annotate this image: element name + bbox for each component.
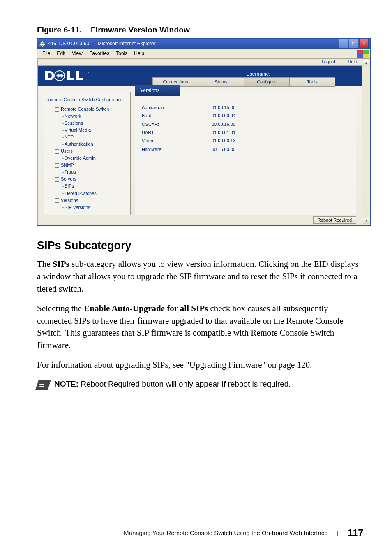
tree-item[interactable]: SIP Versions [46, 204, 128, 211]
version-label: OSCAR: [142, 121, 212, 127]
ie-icon [39, 41, 46, 47]
username-label: Username: [154, 71, 362, 78]
tree-item-label: Users [61, 148, 73, 153]
version-label: Video: [142, 138, 212, 144]
tree-item[interactable]: Authentication [46, 141, 128, 148]
tree-item[interactable]: -Servers [46, 176, 128, 183]
menu-tools[interactable]: Tools [113, 50, 131, 57]
tree-item[interactable]: Traps [46, 169, 128, 176]
version-label: Application: [142, 104, 212, 111]
close-button[interactable]: × [359, 39, 369, 49]
tree-toggle-icon[interactable]: - [55, 107, 59, 112]
tree-item[interactable]: SIPs [46, 183, 128, 190]
sidebar-header: Remote Console Switch Configuration [46, 96, 128, 103]
tree-item-label: Versions [61, 198, 78, 203]
tab-configure[interactable]: Configure [244, 77, 290, 87]
figure-title: Firmware Version Window [91, 25, 190, 34]
tree-item[interactable]: Sessions [46, 120, 128, 127]
windows-flag-icon [357, 50, 369, 58]
version-value: 01.00.01.01 [212, 130, 349, 136]
tree-item-label: SNMP [61, 162, 74, 167]
tab-status[interactable]: Status [198, 77, 244, 87]
tree-item[interactable]: -Remote Console Switch [46, 106, 128, 113]
version-value: 00.15.00.00 [212, 146, 349, 153]
paragraph-3: For information about upgrading SIPs, se… [37, 359, 363, 371]
tree-item-label: Network [65, 114, 81, 118]
footer-text: Managing Your Remote Console Switch Usin… [124, 528, 328, 537]
reboot-required-button[interactable]: Reboot Required [313, 216, 356, 224]
logout-link[interactable]: Logout [322, 59, 336, 65]
section-heading: SIPs Subcategory [37, 238, 363, 254]
version-label: UART: [142, 130, 212, 136]
note-icon [35, 380, 51, 390]
tree-item-label: Tiered Switches [65, 191, 97, 196]
menu-file[interactable]: File [39, 50, 53, 57]
tree-item-label: NTP [65, 134, 74, 139]
tab-strip: Connections Status Configure Tools [153, 77, 362, 87]
version-value: 01.00.15.00 [212, 104, 349, 111]
tree-item[interactable]: -Versions [46, 197, 128, 204]
tree-item[interactable]: Override Admin [46, 155, 128, 162]
scroll-up-icon[interactable]: ▴ [363, 60, 369, 66]
tree-item-label: Sessions [65, 120, 83, 125]
tree-item-label: SIPs [65, 183, 74, 188]
tree-item[interactable]: Tiered Switches [46, 190, 128, 197]
tree-item-label: Virtual Media [65, 127, 91, 132]
figure-caption: Figure 6-11.Firmware Version Window [37, 25, 363, 36]
version-value: 01.00.00.13 [212, 138, 349, 144]
tree-item[interactable]: -Users [46, 148, 128, 155]
tree-item[interactable]: -SNMP [46, 162, 128, 169]
menu-bar: File Edit View Favorites Tools Help [37, 49, 370, 59]
config-tree: -Remote Console SwitchNetworkSessionsVir… [46, 106, 128, 211]
top-link-row: Logout Help [38, 59, 362, 66]
tree-item-label: Override Admin [65, 155, 96, 160]
svg-text:™: ™ [86, 72, 89, 74]
dell-logo: ™ [38, 66, 154, 86]
tree-item-label: Traps [65, 169, 76, 174]
note-block: NOTE: Reboot Required button will only a… [37, 379, 363, 390]
panel-heading: Versions [135, 85, 180, 96]
help-link[interactable]: Help [348, 59, 357, 65]
version-label: Boot: [142, 113, 212, 119]
note-text: NOTE: Reboot Required button will only a… [54, 379, 291, 390]
scroll-down-icon[interactable]: ▾ [363, 218, 369, 224]
tab-tools[interactable]: Tools [289, 77, 335, 87]
tree-item[interactable]: Network [46, 113, 128, 120]
vertical-scrollbar[interactable]: ▴ ▾ [362, 59, 370, 225]
tree-toggle-icon[interactable]: - [55, 198, 59, 203]
panel-footer: Reboot Required [38, 215, 362, 225]
tree-item[interactable]: NTP [46, 134, 128, 141]
config-sidebar: Remote Console Switch Configuration -Rem… [44, 92, 131, 215]
paragraph-1: The SIPs sub-category allows you to view… [37, 258, 363, 295]
version-value: 01.00.00.04 [212, 113, 349, 119]
tree-toggle-icon[interactable]: - [55, 177, 59, 182]
tree-toggle-icon[interactable]: - [55, 163, 59, 168]
client-area: Logout Help ™ [37, 59, 370, 225]
minimize-button[interactable]: – [339, 39, 348, 49]
menu-help[interactable]: Help [131, 50, 148, 57]
page-footer: Managing Your Remote Console Switch Usin… [37, 526, 363, 540]
menu-favorites[interactable]: Favorites [86, 50, 113, 57]
paragraph-2: Selecting the Enable Auto-Upgrade for al… [37, 303, 363, 352]
window-title: 4161DS 01.01.06.01 - Microsoft Internet … [48, 40, 338, 47]
footer-separator: | [337, 528, 339, 537]
menu-view[interactable]: View [69, 50, 86, 57]
maximize-button[interactable]: □ [349, 39, 358, 49]
tree-item-label: Authentication [65, 141, 93, 146]
tree-toggle-icon[interactable]: - [55, 149, 59, 154]
tree-item-label: SIP Versions [65, 205, 90, 210]
page-number: 117 [348, 526, 363, 540]
main-panel: Versions Application:01.00.15.00Boot:01.… [135, 92, 356, 215]
version-label: Hardware: [142, 146, 212, 153]
tree-item[interactable]: Virtual Media [46, 127, 128, 134]
versions-grid: Application:01.00.15.00Boot:01.00.00.04O… [135, 92, 356, 153]
version-value: 00.00.16.00 [212, 121, 349, 127]
menu-edit[interactable]: Edit [53, 50, 69, 57]
tree-item-label: Remote Console Switch [61, 107, 109, 111]
tree-item-label: Servers [61, 176, 76, 181]
figure-number: Figure 6-11. [37, 25, 82, 34]
title-bar: 4161DS 01.01.06.01 - Microsoft Internet … [37, 39, 370, 49]
ie-window: 4161DS 01.01.06.01 - Microsoft Internet … [37, 38, 371, 226]
